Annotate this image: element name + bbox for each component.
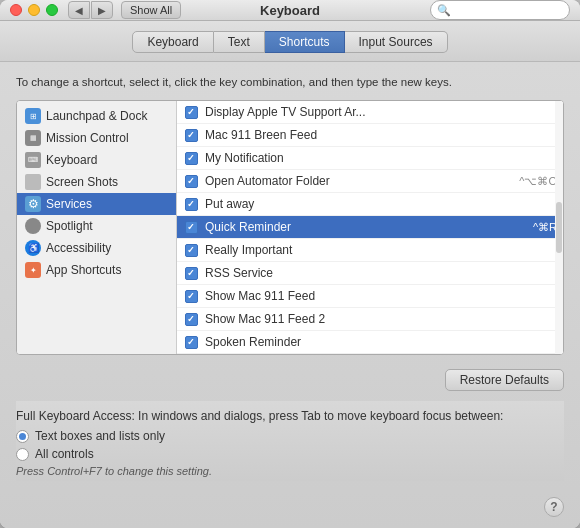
footer-row: ?	[16, 491, 564, 517]
check-10[interactable]	[183, 334, 199, 350]
shortcut-row-selected[interactable]: Quick Reminder ^⌘R	[177, 216, 563, 239]
keyboard-preferences-window: ◀ ▶ Show All Keyboard 🔍 Keyboard Text Sh…	[0, 0, 580, 528]
shortcut-row[interactable]: Open Automator Folder ^⌥⌘O	[177, 170, 563, 193]
sidebar-item-accessibility[interactable]: ♿ Accessibility	[17, 237, 176, 259]
restore-defaults-button[interactable]: Restore Defaults	[445, 369, 564, 391]
scrollbar[interactable]	[555, 101, 563, 354]
tabs-bar: Keyboard Text Shortcuts Input Sources	[0, 21, 580, 62]
check-6[interactable]	[183, 242, 199, 258]
radio-all-controls[interactable]: All controls	[16, 447, 564, 461]
search-box[interactable]: 🔍	[430, 0, 570, 20]
shortcut-row[interactable]: Spoken Reminder	[177, 331, 563, 354]
shortcut-name-4: Put away	[205, 197, 549, 211]
check-7[interactable]	[183, 265, 199, 281]
control-hint: Press Control+F7 to change this setting.	[16, 465, 564, 477]
sidebar-item-launchpad[interactable]: ⊞ Launchpad & Dock	[17, 105, 176, 127]
shortcut-name-2: My Notification	[205, 151, 549, 165]
sidebar-item-services[interactable]: ⚙ Services	[17, 193, 176, 215]
shortcut-name-6: Really Important	[205, 243, 549, 257]
shortcut-row[interactable]: Mac 911 Breen Feed	[177, 124, 563, 147]
shortcut-row[interactable]: Show Mac 911 Feed 2	[177, 308, 563, 331]
shortcut-row[interactable]: Display Apple TV Support Ar...	[177, 101, 563, 124]
sidebar-label-appshortcuts: App Shortcuts	[46, 263, 121, 277]
tab-text[interactable]: Text	[214, 31, 265, 53]
sidebar-label-mission: Mission Control	[46, 131, 129, 145]
sidebar-label-spotlight: Spotlight	[46, 219, 93, 233]
help-button[interactable]: ?	[544, 497, 564, 517]
tab-keyboard[interactable]: Keyboard	[132, 31, 213, 53]
accessibility-icon: ♿	[25, 240, 41, 256]
titlebar: ◀ ▶ Show All Keyboard 🔍	[0, 0, 580, 21]
shortcut-name-8: Show Mac 911 Feed	[205, 289, 549, 303]
search-input[interactable]	[453, 4, 563, 16]
hint-text: To change a shortcut, select it, click t…	[16, 74, 564, 90]
radio-text-boxes-label: Text boxes and lists only	[35, 429, 165, 443]
sidebar-label-screenshots: Screen Shots	[46, 175, 118, 189]
sidebar-label-services: Services	[46, 197, 92, 211]
shortcut-name-0: Display Apple TV Support Ar...	[205, 105, 549, 119]
bottom-bar: Restore Defaults	[16, 369, 564, 391]
nav-buttons: ◀ ▶	[68, 1, 113, 19]
sidebar-label-keyboard: Keyboard	[46, 153, 97, 167]
close-button[interactable]	[10, 4, 22, 16]
appshortcuts-icon: ✦	[25, 262, 41, 278]
check-5[interactable]	[183, 219, 199, 235]
shortcut-name-9: Show Mac 911 Feed 2	[205, 312, 549, 326]
forward-button[interactable]: ▶	[91, 1, 113, 19]
radio-all-controls-label: All controls	[35, 447, 94, 461]
spotlight-icon	[25, 218, 41, 234]
scrollbar-thumb[interactable]	[556, 202, 562, 253]
shortcut-name-7: RSS Service	[205, 266, 549, 280]
shortcut-row[interactable]: Put away	[177, 193, 563, 216]
show-all-button[interactable]: Show All	[121, 1, 181, 19]
minimize-button[interactable]	[28, 4, 40, 16]
mission-icon: ▦	[25, 130, 41, 146]
services-icon: ⚙	[25, 196, 41, 212]
traffic-lights	[10, 4, 58, 16]
sidebar-item-spotlight[interactable]: Spotlight	[17, 215, 176, 237]
shortcut-row[interactable]: RSS Service	[177, 262, 563, 285]
radio-all-controls-circle[interactable]	[16, 448, 29, 461]
shortcut-name-1: Mac 911 Breen Feed	[205, 128, 549, 142]
sidebar-label-accessibility: Accessibility	[46, 241, 111, 255]
sidebar-label-launchpad: Launchpad & Dock	[46, 109, 147, 123]
radio-text-boxes[interactable]: Text boxes and lists only	[16, 429, 564, 443]
main-content: To change a shortcut, select it, click t…	[0, 62, 580, 528]
sidebar-item-appshortcuts[interactable]: ✦ App Shortcuts	[17, 259, 176, 281]
check-2[interactable]	[183, 150, 199, 166]
sidebar-item-screenshots[interactable]: Screen Shots	[17, 171, 176, 193]
radio-text-boxes-circle[interactable]	[16, 430, 29, 443]
shortcut-row[interactable]: Show Mac 911 Feed	[177, 285, 563, 308]
check-4[interactable]	[183, 196, 199, 212]
window-title: Keyboard	[260, 3, 320, 18]
shortcut-name-5: Quick Reminder	[205, 220, 525, 234]
keyboard-icon: ⌨	[25, 152, 41, 168]
shortcut-keys-3: ^⌥⌘O	[519, 175, 557, 188]
shortcut-name-10: Spoken Reminder	[205, 335, 549, 349]
shortcut-row[interactable]: My Notification	[177, 147, 563, 170]
main-panel: ⊞ Launchpad & Dock ▦ Mission Control ⌨ K…	[16, 100, 564, 355]
keyboard-access-title: Full Keyboard Access: In windows and dia…	[16, 409, 564, 423]
shortcut-row[interactable]: Really Important	[177, 239, 563, 262]
shortcut-name-3: Open Automator Folder	[205, 174, 511, 188]
tab-shortcuts[interactable]: Shortcuts	[265, 31, 345, 53]
check-0[interactable]	[183, 104, 199, 120]
tab-input-sources[interactable]: Input Sources	[345, 31, 448, 53]
sidebar-item-mission[interactable]: ▦ Mission Control	[17, 127, 176, 149]
check-3[interactable]	[183, 173, 199, 189]
check-8[interactable]	[183, 288, 199, 304]
sidebar-item-keyboard[interactable]: ⌨ Keyboard	[17, 149, 176, 171]
maximize-button[interactable]	[46, 4, 58, 16]
sidebar: ⊞ Launchpad & Dock ▦ Mission Control ⌨ K…	[17, 101, 177, 354]
launchpad-icon: ⊞	[25, 108, 41, 124]
screenshots-icon	[25, 174, 41, 190]
back-button[interactable]: ◀	[68, 1, 90, 19]
shortcuts-panel[interactable]: Display Apple TV Support Ar... Mac 911 B…	[177, 101, 563, 354]
shortcut-keys-5: ^⌘R	[533, 221, 557, 234]
check-9[interactable]	[183, 311, 199, 327]
search-icon: 🔍	[437, 4, 449, 16]
check-1[interactable]	[183, 127, 199, 143]
keyboard-access-section: Full Keyboard Access: In windows and dia…	[16, 401, 564, 481]
